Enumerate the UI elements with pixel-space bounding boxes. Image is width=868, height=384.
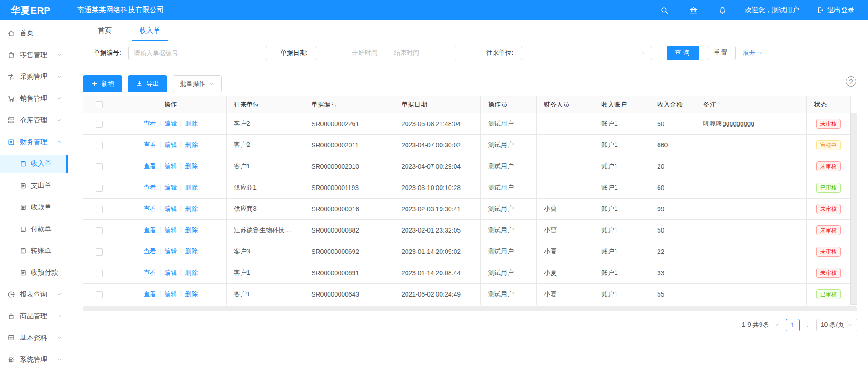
search-button-label: 查询	[675, 49, 691, 57]
row-checkbox[interactable]	[96, 121, 103, 128]
finance-person-cell: 小曹	[537, 199, 594, 220]
amount-cell: 55	[650, 284, 696, 305]
view-link[interactable]: 查看	[144, 205, 156, 212]
sidebar-item-finance-mgmt[interactable]: 财务管理	[0, 133, 68, 151]
page-size-select[interactable]: 10 条/页	[816, 319, 857, 331]
sidebar-item-goods-mgmt[interactable]: 商品管理	[0, 307, 68, 325]
toolbar: 新增 导出 批量操作	[83, 75, 868, 92]
finance-person-cell: 小夏	[537, 241, 594, 262]
org-cell: 客户2	[227, 113, 304, 135]
org-select[interactable]	[521, 46, 652, 60]
org-cell: 客户3	[227, 241, 304, 262]
sidebar-item-system-mgmt[interactable]: 系统管理	[0, 350, 68, 369]
edit-link[interactable]: 编辑	[165, 120, 177, 127]
org-cell: 供应商1	[227, 177, 304, 199]
bill-no-input[interactable]	[128, 46, 267, 60]
row-checkbox[interactable]	[96, 248, 103, 256]
batch-operations-button[interactable]: 批量操作	[173, 75, 222, 92]
view-link[interactable]: 查看	[144, 141, 156, 148]
sidebar-item-label: 收款单	[31, 203, 51, 212]
sidebar-item-basic-data[interactable]: 基本资料	[0, 329, 68, 347]
search-icon[interactable]	[660, 6, 669, 15]
row-checkbox[interactable]	[96, 163, 103, 170]
reset-button[interactable]: 重置	[707, 46, 736, 60]
date-range-input[interactable]: 开始时间 ~ 结束时间	[315, 46, 456, 60]
company-name: 南通某某网络科技有限公司	[77, 5, 164, 15]
delete-link[interactable]: 删除	[185, 162, 198, 170]
bell-icon[interactable]	[718, 6, 727, 15]
view-link[interactable]: 查看	[144, 120, 156, 127]
date-cell: 2023-04-07 00:29:04	[394, 156, 481, 177]
help-icon[interactable]: ?	[846, 76, 856, 87]
sidebar-item-label: 财务管理	[20, 138, 47, 146]
sidebar-item-warehouse-mgmt[interactable]: 仓库管理	[0, 111, 68, 129]
sidebar-item-income-bill[interactable]: 收入单	[0, 155, 68, 173]
tab-income-bill[interactable]: 收入单	[132, 20, 168, 41]
delete-link[interactable]: 删除	[185, 248, 198, 255]
action-separator: |	[160, 162, 161, 170]
sidebar-item-label: 转账单	[31, 247, 51, 255]
prev-page-icon[interactable]	[773, 322, 782, 328]
filter-row: 单据编号: 单据日期: 开始时间 ~ 结束时间 往来单位: 查询 重置	[83, 46, 868, 60]
sidebar-item-transfer-bill[interactable]: 转账单	[0, 242, 68, 260]
action-separator: |	[160, 120, 161, 127]
report-icon	[7, 291, 15, 298]
row-checkbox[interactable]	[96, 227, 103, 234]
view-link[interactable]: 查看	[144, 248, 156, 255]
view-link[interactable]: 查看	[144, 226, 156, 233]
row-checkbox[interactable]	[96, 185, 103, 192]
sidebar-item-payment-bill[interactable]: 付款单	[0, 220, 68, 238]
view-link[interactable]: 查看	[144, 184, 156, 191]
horizontal-scrollbar[interactable]	[83, 306, 857, 311]
sidebar-item-retail-mgmt[interactable]: 零售管理	[0, 46, 68, 64]
sidebar-item-label: 支出单	[31, 181, 51, 190]
tab-home[interactable]: 首页	[90, 20, 119, 41]
row-checkbox[interactable]	[96, 206, 103, 213]
sidebar-item-home[interactable]: 首页	[0, 24, 68, 42]
view-link[interactable]: 查看	[144, 269, 156, 276]
delete-link[interactable]: 删除	[185, 141, 198, 148]
edit-link[interactable]: 编辑	[165, 248, 177, 255]
sidebar-item-purchase-mgmt[interactable]: 采购管理	[0, 68, 68, 86]
view-link[interactable]: 查看	[144, 162, 156, 170]
logout-button[interactable]: 退出登录	[816, 6, 854, 15]
amount-cell: 99	[650, 199, 696, 220]
logout-icon	[816, 6, 824, 14]
delete-link[interactable]: 删除	[185, 290, 198, 297]
edit-link[interactable]: 编辑	[165, 205, 177, 212]
edit-link[interactable]: 编辑	[165, 290, 177, 297]
search-button[interactable]: 查询	[667, 46, 699, 60]
chevron-down-icon	[57, 292, 62, 297]
export-button[interactable]: 导出	[128, 75, 167, 92]
sidebar-item-label: 系统管理	[20, 355, 47, 364]
select-all-checkbox[interactable]	[96, 101, 103, 108]
sidebar-item-receipt-bill[interactable]: 收款单	[0, 198, 68, 216]
row-checkbox[interactable]	[96, 270, 103, 277]
sidebar: 首页零售管理采购管理销售管理仓库管理财务管理收入单支出单收款单付款单转账单收预付…	[0, 20, 68, 384]
sidebar-item-report-query[interactable]: 报表查询	[0, 285, 68, 303]
add-button-label: 新增	[102, 80, 114, 88]
current-page-button[interactable]: 1	[786, 319, 800, 331]
sidebar-item-advance-receipt[interactable]: 收预付款	[0, 263, 68, 282]
edit-link[interactable]: 编辑	[165, 141, 177, 148]
view-link[interactable]: 查看	[144, 290, 156, 297]
row-checkbox[interactable]	[96, 142, 103, 149]
sidebar-item-sales-mgmt[interactable]: 销售管理	[0, 89, 68, 107]
expand-link[interactable]: 展开	[743, 49, 763, 57]
edit-link[interactable]: 编辑	[165, 162, 177, 170]
delete-link[interactable]: 删除	[185, 226, 198, 233]
delete-link[interactable]: 删除	[185, 205, 198, 212]
delete-link[interactable]: 删除	[185, 184, 198, 191]
sales-icon	[7, 95, 15, 102]
vertical-scrollbar[interactable]	[850, 113, 857, 305]
edit-link[interactable]: 编辑	[165, 226, 177, 233]
next-page-icon[interactable]	[803, 322, 813, 328]
sidebar-item-expense-bill[interactable]: 支出单	[0, 176, 68, 194]
bank-icon[interactable]	[689, 6, 698, 15]
row-checkbox[interactable]	[96, 291, 103, 298]
delete-link[interactable]: 删除	[185, 120, 198, 127]
edit-link[interactable]: 编辑	[165, 184, 177, 191]
delete-link[interactable]: 删除	[185, 269, 198, 276]
add-button[interactable]: 新增	[83, 75, 122, 92]
edit-link[interactable]: 编辑	[165, 269, 177, 276]
